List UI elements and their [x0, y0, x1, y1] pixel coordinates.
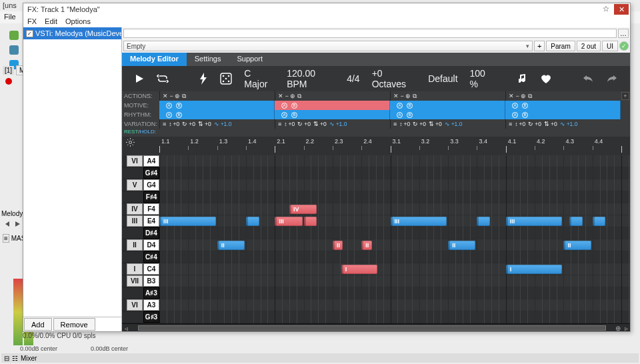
bypass-toggle[interactable]: ✓ [619, 41, 629, 51]
piano-row[interactable]: VIA3 [122, 299, 159, 311]
mixer-icon[interactable]: ☷ [12, 355, 18, 362]
actions-cell-2[interactable]: ✕ − ⊕ ⧉ [275, 91, 390, 101]
var-cell-1[interactable]: ≡↕+0↻+0⇅+0∿+1.0 [159, 119, 275, 129]
tab-melody-editor[interactable]: Melody Editor [122, 53, 187, 66]
piano-row[interactable]: F♯4 [122, 191, 159, 203]
midi-note[interactable] [569, 217, 583, 226]
octave-display[interactable]: +0 Octaves [372, 68, 417, 89]
key-display[interactable]: C Major [244, 68, 275, 89]
midi-note[interactable] [593, 217, 606, 226]
midi-note[interactable]: III [275, 217, 302, 226]
ts-display[interactable]: 4/4 [347, 73, 359, 84]
mixer-label[interactable]: Mixer [21, 355, 37, 362]
timeline-bars[interactable]: 1.11.21.31.42.12.22.32.43.13.23.33.44.14… [159, 137, 630, 155]
piano-key[interactable]: C♯4 [143, 251, 159, 263]
piano-row[interactable]: C♯4 [122, 251, 159, 263]
actions-cell-3[interactable]: ✕ − ⊕ ⧉ [390, 91, 505, 101]
rhythm-2[interactable]: AB [275, 110, 390, 119]
redo-icon[interactable] [606, 74, 618, 83]
midi-note[interactable]: II [217, 241, 245, 250]
bolt-icon[interactable] [199, 73, 208, 85]
piano-key[interactable]: A4 [143, 155, 159, 167]
midi-note[interactable]: II [361, 241, 371, 250]
prev-icon[interactable] [3, 220, 11, 228]
rhythm-4[interactable]: AB [505, 110, 621, 119]
piano-key[interactable]: C4 [143, 263, 159, 275]
fx-menu-options[interactable]: Options [65, 17, 91, 25]
preset-prev[interactable]: + [534, 41, 545, 51]
midi-note[interactable] [477, 217, 490, 226]
piano-key[interactable]: D4 [143, 239, 159, 251]
piano-key[interactable]: G4 [143, 179, 159, 191]
play-icon[interactable] [134, 73, 145, 84]
heart-icon[interactable] [540, 73, 552, 84]
var-cell-3[interactable]: ≡↕+0↻+0⇅+0∿+1.0 [390, 119, 505, 129]
piano-key[interactable]: F4 [143, 203, 159, 215]
route-icon[interactable]: ⊟ [4, 355, 9, 362]
fx-chain-item[interactable]: ✓ VSTi: Melodya (MusicDevelopme... [23, 27, 121, 39]
midi-note[interactable]: I [341, 265, 377, 274]
midi-note[interactable] [304, 217, 317, 226]
piano-key[interactable]: A♯3 [143, 287, 159, 299]
record-indicator[interactable] [5, 78, 12, 85]
piano-row[interactable]: D♯4 [122, 227, 159, 239]
midi-note[interactable]: III [391, 217, 447, 226]
daw-tab-1[interactable]: [1] [3, 66, 14, 75]
gear-icon[interactable] [122, 137, 159, 155]
midi-note[interactable]: IV [289, 205, 317, 214]
undo-icon[interactable] [582, 74, 594, 83]
add-bar-button[interactable]: + [621, 92, 629, 100]
note-icon[interactable] [519, 73, 528, 84]
dice-icon[interactable] [220, 73, 232, 85]
piano-key[interactable]: G♯4 [143, 167, 159, 179]
horizontal-scrollbar[interactable]: ◃ ⊕ ▹ [122, 323, 630, 331]
piano-key[interactable]: F♯4 [143, 191, 159, 203]
out-button[interactable]: 2 out [577, 41, 601, 51]
piano-key[interactable]: B3 [143, 275, 159, 287]
pin-icon[interactable] [599, 5, 613, 14]
zoom-in-icon[interactable]: ⊕ [614, 325, 622, 331]
fx-titlebar[interactable]: FX: Track 1 "Melodya" ✕ [23, 3, 630, 15]
swing-display[interactable]: Default [428, 73, 457, 84]
note-grid[interactable]: IIIIIIIIIVIIIIIIIIIIIIIIII [159, 155, 630, 323]
preset-dropdown[interactable]: Empty [123, 41, 533, 51]
midi-note[interactable] [246, 217, 259, 226]
scrollbar-thumb[interactable] [138, 325, 606, 331]
rhythm-3[interactable]: AB [390, 110, 505, 119]
plugin-name-field[interactable] [123, 29, 617, 38]
toolbar-icon-1[interactable] [9, 31, 19, 40]
rhythm-1[interactable]: AB [159, 110, 275, 119]
var-cell-2[interactable]: ≡↕+0↻+0⇅+0∿+1.0 [275, 119, 390, 129]
midi-note[interactable]: II [333, 241, 343, 250]
piano-row[interactable]: VIA4 [122, 155, 159, 167]
add-button[interactable]: Add [24, 318, 52, 331]
piano-key[interactable]: D♯4 [143, 227, 159, 239]
piano-key[interactable]: G♯3 [143, 311, 159, 323]
loop-icon[interactable] [157, 74, 169, 83]
piano-row[interactable]: G♯3 [122, 311, 159, 323]
toolbar-icon-2[interactable] [9, 45, 19, 55]
piano-row[interactable]: IID4 [122, 239, 159, 251]
tab-support[interactable]: Support [229, 53, 271, 66]
remove-button[interactable]: Remove [53, 318, 95, 331]
fx-menu-fx[interactable]: FX [27, 17, 37, 25]
var-cell-4[interactable]: ≡↕+0↻+0⇅+0∿+1.0 [505, 119, 621, 129]
piano-row[interactable]: G♯4 [122, 167, 159, 179]
daw-menu-file[interactable]: File [4, 13, 16, 22]
density-display[interactable]: 100 % [470, 68, 495, 89]
piano-key[interactable]: E4 [143, 215, 159, 227]
piano-row[interactable]: A♯3 [122, 287, 159, 299]
bpm-display[interactable]: 120.00 BPM [287, 68, 335, 89]
zoom-reset-icon[interactable]: ▹ [622, 325, 630, 331]
midi-note[interactable]: II [563, 241, 591, 250]
ui-button[interactable]: UI [602, 41, 618, 51]
plugin-more-button[interactable]: … [618, 29, 629, 38]
actions-cell-1[interactable]: ✕ − ⊕ ⧉ [159, 91, 275, 101]
piano-row[interactable]: VG4 [122, 179, 159, 191]
piano-row[interactable]: IVF4 [122, 203, 159, 215]
midi-note[interactable]: III [159, 217, 216, 226]
motive-4[interactable]: AB [505, 101, 621, 110]
fx-enable-checkbox[interactable]: ✓ [26, 30, 33, 37]
midi-note[interactable]: II [448, 241, 475, 250]
motive-1[interactable]: AB [159, 101, 275, 110]
